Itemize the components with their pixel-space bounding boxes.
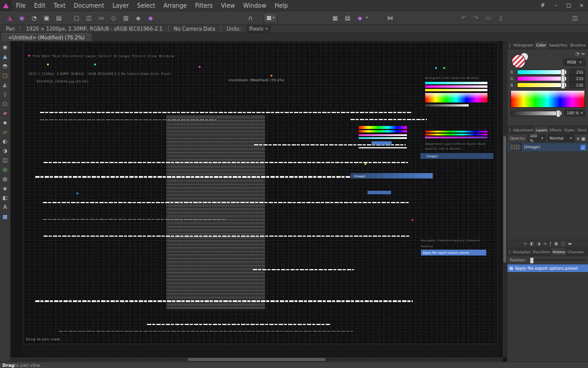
slider-thumb-icon[interactable] [556,110,560,117]
move-tool[interactable]: ▲ [1,52,9,61]
panel-tab[interactable]: Channels [566,248,585,256]
close-button[interactable]: × [575,0,588,11]
menu-item[interactable]: Text [49,0,69,11]
horizontal-scrollbar[interactable] [11,357,503,362]
clone-brush-tool[interactable]: ◫ [1,155,9,164]
snapping-icon[interactable]: ∩ [245,13,256,22]
channel-value-field[interactable]: 255 [569,69,585,75]
color-spectrum[interactable] [510,90,585,108]
layer-opacity-select[interactable]: 100 % ▾ [527,135,546,142]
color-slider[interactable] [517,76,567,81]
blur-tool[interactable]: ◍ [1,174,9,183]
maximize-button[interactable]: ▢ [562,0,575,11]
snapshot-icon[interactable]: ▭ [483,13,495,22]
canvas-viewport[interactable]: File Edit Text Document Layer Select Arr… [11,41,507,362]
view-tool[interactable]: ◉ [1,42,9,51]
view-mode-button[interactable]: ▦ ▾ [263,12,278,23]
menu-item[interactable]: Arrange [159,0,191,11]
macro-icon[interactable]: ▣ [41,13,52,22]
shortcuts-button[interactable]: # [536,0,549,11]
menu-item[interactable]: Document [69,0,108,11]
layer-visibility-checkbox[interactable]: ✓ [580,145,586,150]
panel-tab[interactable]: Navigator [512,248,532,256]
new-document-icon[interactable]: ▢ [71,13,82,22]
rotate-document-icon[interactable]: ◔ [28,13,40,22]
color-model-select[interactable]: RGB ▾ [563,58,585,66]
minimize-button[interactable]: – [549,0,562,11]
menu-item[interactable]: Filters [191,0,217,11]
paint-brush-tool[interactable]: ▰ [1,108,9,117]
selection-brush-tool[interactable]: ◭ [1,80,9,89]
burn-brush-tool[interactable]: ◑ [1,146,9,155]
dodge-brush-tool[interactable]: ◐ [1,137,9,145]
panel-tab[interactable]: Histogram [512,41,535,49]
color-slider[interactable] [517,69,567,75]
vertical-scrollbar[interactable] [503,41,507,357]
duplicate-icon[interactable]: ◫ [83,13,95,22]
redo-icon[interactable]: ↷ [470,13,482,22]
slider-thumb-icon[interactable] [561,82,565,89]
history-item[interactable]: ▤ Apply file export options preset [507,264,588,272]
link-layer-icon[interactable]: ∞ [524,241,527,246]
erase-brush-tool[interactable]: ▱ [1,127,9,136]
affinity-logo-icon[interactable]: ◮ [4,13,15,22]
layer-effects-icon[interactable]: ƒ [550,241,551,246]
vertical-scrollbar-thumb[interactable] [503,136,506,263]
export-persona-icon[interactable]: ▯ [495,13,507,22]
sharpen-tool[interactable]: ◈ [1,184,9,193]
pixel-brush-tool[interactable]: ▪ [1,118,9,127]
guides-icon[interactable]: ▤ [342,13,353,22]
color-picker-tool[interactable]: ◓ [1,61,9,70]
color-slider[interactable] [517,82,567,88]
assistant-icon[interactable]: ⋈ [385,13,396,22]
panel-tab[interactable]: Adjustment [512,126,534,134]
mask-layer-icon[interactable]: ◧ [530,241,534,246]
menu-item[interactable]: File [12,0,30,11]
menu-item[interactable]: Help [270,0,292,11]
delete-layer-icon[interactable]: ▬ [568,241,572,246]
panel-grip-icon[interactable]: ‖ [507,43,512,48]
color-opacity-value[interactable]: 100 % ▾ [564,110,585,117]
panel-tab[interactable]: Color [534,41,547,49]
live-filter-icon[interactable]: ≈ [543,241,547,246]
healing-brush-tool[interactable]: ◎ [1,165,9,174]
metadata-icon[interactable]: ▤ [53,13,65,22]
flood-select-tool[interactable]: ◊ [1,89,9,98]
lock-icon[interactable]: ▣ [581,136,586,141]
panel-tab[interactable]: Styles [563,126,576,134]
stamp-icon[interactable]: ▥ [120,13,132,22]
grid-icon[interactable]: ▦ [329,13,341,22]
blend-mode-select[interactable]: Normal ▾ [547,135,574,142]
document-tab[interactable]: <Untitled> (Modified) (76.2%) [1,33,92,41]
frame-icon[interactable]: ▭ [95,13,107,22]
panel-tab[interactable]: Stock [576,126,588,134]
color-profile-icon[interactable]: ◆ [354,13,366,22]
fill-swatch[interactable] [512,54,526,68]
menu-item[interactable]: Edit [30,0,49,11]
zoom-tool[interactable]: ○ [1,99,9,108]
layer-row[interactable]: (Image) ✓ [507,143,588,151]
adjustment-layer-icon[interactable]: ◑ [537,241,540,246]
menu-item[interactable]: Window [239,0,270,11]
units-select[interactable]: Pixels ▾ [246,25,271,32]
channel-value-field[interactable]: 235 [569,82,585,88]
pressure-icon[interactable]: ◇ [108,13,119,22]
panel-menu-icon[interactable]: ≡ [581,51,585,57]
color-opacity-slider[interactable] [510,111,562,116]
mirror-icon[interactable]: ◈ [132,13,144,22]
crop-tool[interactable]: ▢ [1,71,9,79]
chevron-down-icon[interactable]: ▾ [366,15,368,20]
menu-item[interactable]: Select [133,0,159,11]
menu-item[interactable]: Layer [108,0,133,11]
gear-icon[interactable]: ∗ [576,136,580,141]
panel-tab[interactable]: Transform [532,248,552,256]
undo-icon[interactable]: ↶ [458,13,470,22]
color-wheel-icon[interactable]: ◉ [16,13,28,22]
panel-tab[interactable]: History [552,248,566,256]
panel-grip-icon[interactable]: ‖ [507,250,512,254]
panel-tab[interactable]: Layers [534,126,549,134]
panel-tab[interactable]: Brushes [569,41,587,49]
history-position-slider[interactable] [529,259,586,261]
horizontal-scrollbar-thumb[interactable] [188,358,325,361]
eyedropper-icon[interactable]: ◔ [575,51,579,57]
